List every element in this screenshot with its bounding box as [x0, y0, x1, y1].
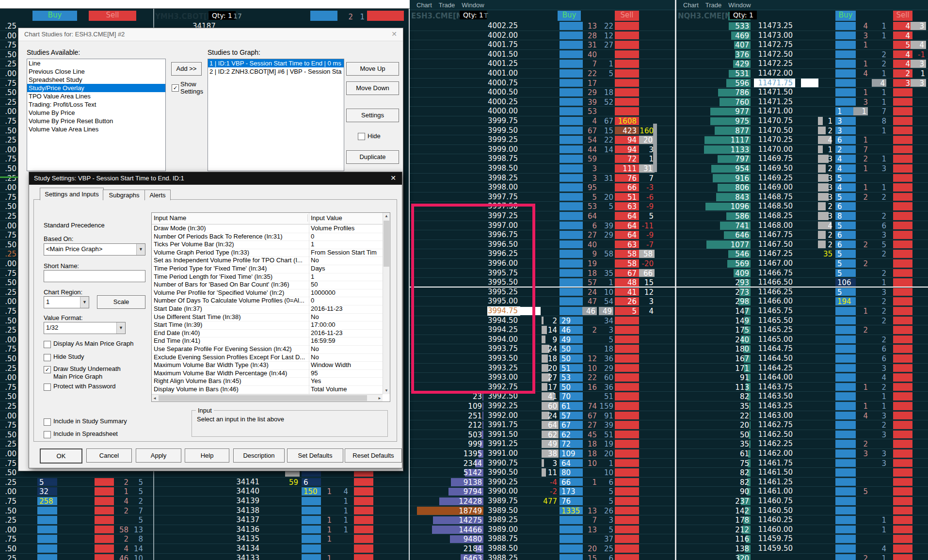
price-ending[interactable]: .75 [0, 231, 16, 240]
price-ending[interactable]: .75 [0, 79, 16, 88]
price-cell[interactable]: 4000.25 [487, 97, 520, 107]
bid-cell[interactable] [835, 431, 856, 439]
price-cell[interactable]: 11465.00 [754, 335, 795, 344]
price-cell[interactable]: 3990.00 [487, 487, 520, 496]
price-ending[interactable]: .00 [0, 449, 16, 458]
buy-column-header[interactable]: Buy [835, 11, 856, 21]
ask-cell[interactable] [354, 544, 373, 553]
ask-cell[interactable] [615, 421, 639, 429]
ask-cell[interactable] [893, 468, 912, 477]
menu-item-trade[interactable]: Trade [439, 1, 455, 9]
ask-cell[interactable] [893, 392, 912, 400]
price-ending[interactable]: .25 [0, 326, 16, 335]
sell-column-header[interactable]: Sell [893, 11, 912, 21]
ask-cell[interactable] [893, 307, 912, 315]
scroll-down-icon[interactable]: ▼ [383, 388, 390, 393]
table-row[interactable]: Exclude Evening Session Profiles Except … [152, 353, 383, 362]
ask-cell[interactable] [893, 278, 912, 287]
scale-button[interactable]: Scale [97, 295, 145, 309]
studies-available-list[interactable]: LinePrevious Close LineSpreadsheet Study… [27, 59, 166, 171]
bid-cell[interactable] [302, 544, 321, 553]
bid-cell[interactable] [37, 535, 57, 543]
price-cell[interactable]: 11472.00 [754, 69, 795, 78]
price-cell[interactable]: 11465.75 [754, 306, 795, 316]
bid-cell[interactable] [835, 421, 856, 429]
price-ending[interactable]: .00 [0, 297, 16, 306]
study-list-item[interactable]: Study/Price Overlay [27, 84, 165, 92]
price-cell[interactable]: 3999.75 [487, 116, 520, 126]
bid-cell[interactable]: 76 [560, 497, 583, 505]
dialog-titlebar[interactable]: Chart Studies for: ESH3.CME[M] #2 ✕ [18, 28, 403, 41]
table-row[interactable]: Set as Independent Volume Profile for TP… [152, 256, 383, 265]
menu-item-window[interactable]: Window [728, 1, 751, 9]
price-cell[interactable]: 11470.00 [754, 145, 795, 154]
price-cell[interactable]: 4000.00 [487, 107, 520, 116]
set-defaults-button[interactable]: Set Defaults [287, 448, 343, 463]
price-ending[interactable]: .25 [0, 402, 16, 411]
price-cell[interactable]: 11466.50 [754, 278, 795, 287]
price-ending[interactable]: .50 [0, 392, 16, 401]
ask-cell[interactable] [615, 516, 639, 524]
price-ending[interactable]: .00 [0, 183, 16, 192]
ask-cell[interactable] [615, 336, 639, 344]
price-cell[interactable]: 11466.25 [754, 288, 795, 297]
ask-cell[interactable] [893, 136, 912, 144]
study-list-item[interactable]: Line [27, 59, 165, 67]
bid-cell[interactable] [835, 535, 856, 543]
ask-cell[interactable] [893, 202, 912, 210]
menu-item-chart[interactable]: Chart [416, 1, 432, 9]
scroll-up-icon[interactable]: ▲ [383, 214, 390, 218]
price-cell[interactable]: 4001.75 [487, 40, 520, 49]
price-ending[interactable]: .25 [0, 22, 16, 31]
ask-cell[interactable] [893, 364, 912, 372]
bid-cell[interactable]: 6 [835, 202, 856, 210]
price-cell[interactable]: 11461.50 [754, 468, 795, 477]
price-cell[interactable]: 34135 [232, 534, 262, 544]
ask-cell[interactable] [354, 507, 373, 515]
study-list-item[interactable]: Spreadsheet Study [27, 76, 165, 84]
checkbox-2[interactable]: ✓ [44, 366, 51, 373]
price-cell[interactable]: 11464.00 [754, 373, 795, 382]
bid-cell[interactable] [37, 516, 57, 524]
price-ending[interactable]: .25 [0, 60, 16, 68]
price-cell[interactable]: 11459.75 [754, 534, 795, 544]
table-row[interactable]: Start Date (In:37)2016-11-23 [152, 305, 383, 314]
price-cell[interactable]: 3991.00 [487, 449, 520, 458]
price-cell[interactable]: 3988.25 [487, 554, 520, 560]
scrollbar-thumb[interactable] [384, 221, 389, 267]
bid-cell[interactable] [560, 307, 583, 315]
ask-cell[interactable] [615, 526, 639, 534]
price-cell[interactable]: 34136 [232, 525, 262, 534]
price-cell[interactable]: 11469.75 [754, 154, 795, 163]
scrollbar-thumb[interactable] [653, 124, 657, 172]
ask-cell[interactable] [615, 345, 639, 353]
bid-cell[interactable]: 173 [560, 487, 583, 496]
table-row[interactable]: Time Period Type for 'Fixed Time' (In:34… [152, 265, 383, 273]
price-cell[interactable]: 3999.50 [487, 126, 520, 135]
price-cell[interactable]: 11461.00 [754, 487, 795, 496]
bid-cell[interactable]: 5 [37, 478, 57, 486]
sell-column-header[interactable]: Sell [615, 11, 639, 21]
chevron-down-icon[interactable]: ▼ [116, 322, 125, 334]
ask-cell[interactable] [893, 526, 912, 534]
price-cell[interactable]: 3991.25 [487, 439, 520, 448]
quantity-badge[interactable]: Qty: 1 [208, 11, 236, 20]
bid-cell[interactable] [835, 497, 856, 505]
price-cell[interactable]: 11470.75 [754, 116, 795, 126]
ask-cell[interactable] [615, 431, 639, 439]
table-header-input-value[interactable]: Input Value [307, 214, 342, 222]
price-cell[interactable]: 11468.00 [754, 221, 795, 230]
price-cell[interactable]: 11463.00 [754, 411, 795, 420]
table-row[interactable]: End Date (In:40)2016-11-23 [152, 329, 383, 338]
ask-cell[interactable]: 3 [893, 79, 912, 87]
ask-cell[interactable] [893, 431, 912, 439]
ask-cell[interactable]: 5 [893, 41, 912, 49]
price-cell[interactable]: 4000.50 [487, 88, 520, 97]
price-ending[interactable]: .50 [0, 127, 16, 135]
checkbox2-1[interactable] [44, 431, 51, 438]
price-cell[interactable]: 3998.50 [487, 164, 520, 173]
price-cell[interactable]: 34133 [232, 554, 262, 560]
chart-region-select[interactable]: 1▼ [44, 296, 89, 308]
price-cell[interactable]: 11467.75 [754, 230, 795, 240]
ask-cell[interactable] [893, 240, 912, 249]
